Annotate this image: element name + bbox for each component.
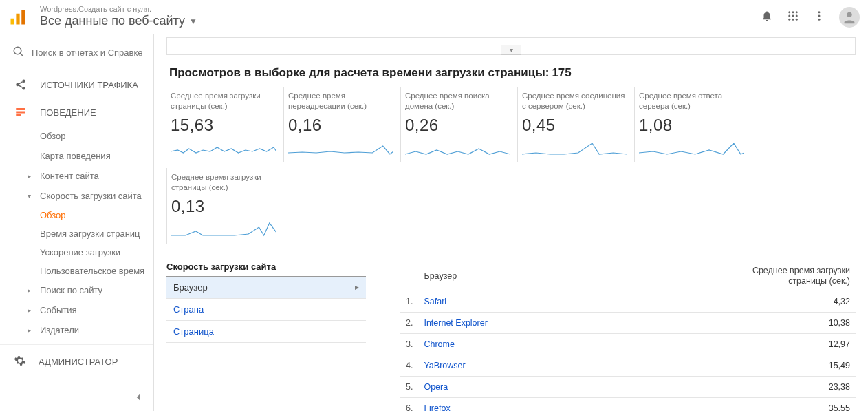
- metric-card[interactable]: Среднее время загрузки страницы (сек.) 1…: [166, 87, 283, 162]
- svg-point-5: [796, 11, 798, 13]
- row-index: 5.: [400, 376, 418, 397]
- left-sidebar: ИСТОЧНИКИ ТРАФИКА ПОВЕДЕНИЕ Обзор Карта …: [0, 34, 154, 411]
- metric-card[interactable]: Среднее время переадресации (сек.) 0,16: [283, 87, 400, 162]
- dimension-page[interactable]: Страница: [166, 321, 366, 343]
- metric-value: 1,08: [639, 116, 744, 135]
- subnav-page-timings[interactable]: Время загрузки страниц: [0, 224, 153, 243]
- subnav-overview[interactable]: Обзор: [0, 126, 153, 146]
- sample-heading: Просмотров в выборке для расчета времени…: [166, 55, 856, 87]
- metric-label: Среднее время загрузки страницы (сек.): [171, 91, 276, 112]
- subnav-site-search[interactable]: Поиск по сайту: [0, 280, 153, 300]
- account-avatar[interactable]: [839, 7, 860, 28]
- row-value: 12,97: [596, 333, 856, 355]
- subnav-user-timings[interactable]: Пользовательское время: [0, 262, 153, 280]
- svg-point-7: [792, 15, 794, 17]
- gear-icon: [14, 355, 26, 369]
- browser-link[interactable]: YaBrowser: [424, 361, 465, 370]
- row-browser: Internet Explorer: [418, 312, 596, 333]
- caret-down-icon: ▼: [189, 17, 197, 26]
- svg-point-9: [788, 19, 790, 21]
- browser-speed-table: Браузер Среднее время загрузки страницы …: [400, 262, 856, 411]
- metrics-grid: Среднее время загрузки страницы (сек.) 1…: [166, 87, 856, 249]
- dimension-country[interactable]: Страна: [166, 299, 366, 321]
- sparkline-chart: [171, 218, 276, 240]
- svg-rect-20: [16, 112, 25, 114]
- metric-label: Среднее время ответа сервера (сек.): [639, 91, 744, 112]
- subnav-flow[interactable]: Карта поведения: [0, 146, 153, 166]
- table-header-dimension: Браузер: [418, 262, 596, 291]
- subnav-site-speed[interactable]: Скорость загрузки сайта: [0, 186, 153, 206]
- svg-point-12: [818, 11, 821, 13]
- row-browser: Firefox: [418, 397, 596, 411]
- svg-point-6: [788, 15, 790, 17]
- more-vert-icon[interactable]: [813, 10, 825, 24]
- subnav-site-content[interactable]: Контент сайта: [0, 166, 153, 186]
- expand-handle[interactable]: ▾: [501, 45, 521, 55]
- svg-point-17: [16, 83, 19, 87]
- row-value: 15,49: [596, 355, 856, 376]
- metric-card[interactable]: Среднее время поиска домена (сек.) 0,26: [400, 87, 517, 162]
- table-row: 6. Firefox 35,55: [400, 397, 856, 411]
- svg-point-8: [796, 15, 798, 17]
- view-selector[interactable]: Wordpress.Создать сайт с нуля. Все данны…: [40, 5, 197, 29]
- collapse-sidebar-button[interactable]: [130, 389, 147, 405]
- svg-point-14: [818, 19, 821, 21]
- row-browser: Opera: [418, 376, 596, 397]
- apps-icon[interactable]: [787, 10, 799, 24]
- svg-rect-19: [16, 108, 25, 110]
- subnav-speed-overview[interactable]: Обзор: [0, 206, 153, 224]
- table-header-metric: Среднее время загрузки страницы (сек.): [596, 262, 856, 291]
- subnav-publisher[interactable]: Издатели: [0, 320, 153, 340]
- metric-label: Среднее время поиска домена (сек.): [405, 91, 510, 112]
- svg-point-15: [847, 12, 851, 17]
- metric-label: Среднее время загрузки страницы (сек.): [171, 172, 276, 193]
- share-icon: [14, 78, 28, 91]
- table-row: 2. Internet Explorer 10,38: [400, 312, 856, 333]
- svg-point-10: [792, 19, 794, 21]
- search-icon: [12, 45, 25, 60]
- sparkline-chart: [522, 136, 627, 158]
- sparkline-chart: [639, 136, 744, 158]
- row-value: 4,32: [596, 291, 856, 312]
- property-name: Wordpress.Создать сайт с нуля.: [40, 5, 197, 14]
- metric-card[interactable]: Среднее время загрузки страницы (сек.) 0…: [166, 168, 283, 244]
- subnav-events[interactable]: События: [0, 300, 153, 320]
- dimension-browser[interactable]: Браузер ▸: [166, 277, 366, 299]
- row-index: 6.: [400, 397, 418, 411]
- dimension-panel: Скорость загрузки сайта Браузер ▸ Страна…: [166, 262, 366, 411]
- browser-link[interactable]: Safari: [424, 297, 446, 306]
- svg-point-11: [796, 19, 798, 21]
- svg-point-18: [22, 87, 25, 90]
- table-row: 5. Opera 23,38: [400, 376, 856, 397]
- metric-label: Среднее время соединения с сервером (сек…: [522, 91, 627, 112]
- nav-label: ИСТОЧНИКИ ТРАФИКА: [40, 80, 138, 90]
- table-row: 1. Safari 4,32: [400, 291, 856, 312]
- search-input[interactable]: [32, 48, 142, 58]
- metric-card[interactable]: Среднее время ответа сервера (сек.) 1,08: [634, 87, 751, 162]
- subnav-speed-suggestions[interactable]: Ускорение загрузки: [0, 243, 153, 262]
- row-value: 35,55: [596, 397, 856, 411]
- browser-link[interactable]: Firefox: [424, 403, 450, 411]
- browser-link[interactable]: Internet Explorer: [424, 318, 487, 328]
- browser-link[interactable]: Chrome: [424, 339, 454, 349]
- collapsed-chart-bar: ▾: [166, 37, 856, 55]
- svg-rect-1: [16, 13, 19, 24]
- browser-link[interactable]: Opera: [424, 382, 448, 392]
- metric-card[interactable]: Среднее время соединения с сервером (сек…: [517, 87, 634, 162]
- svg-point-13: [818, 15, 821, 17]
- nav-traffic-sources[interactable]: ИСТОЧНИКИ ТРАФИКА: [0, 71, 153, 98]
- svg-rect-2: [21, 10, 25, 24]
- metric-label: Среднее время переадресации (сек.): [288, 91, 393, 112]
- svg-point-16: [22, 80, 25, 83]
- nav-admin[interactable]: АДМИНИСТРАТОР: [0, 344, 153, 379]
- row-value: 10,38: [596, 312, 856, 333]
- dimension-panel-title: Скорость загрузки сайта: [166, 262, 366, 277]
- svg-rect-0: [11, 18, 14, 24]
- metric-value: 0,26: [405, 116, 510, 135]
- row-browser: Chrome: [418, 333, 596, 355]
- nav-behavior[interactable]: ПОВЕДЕНИЕ: [0, 98, 153, 126]
- row-index: 4.: [400, 355, 418, 376]
- notifications-icon[interactable]: [761, 10, 773, 24]
- table-row: 3. Chrome 12,97: [400, 333, 856, 355]
- svg-point-4: [792, 11, 794, 13]
